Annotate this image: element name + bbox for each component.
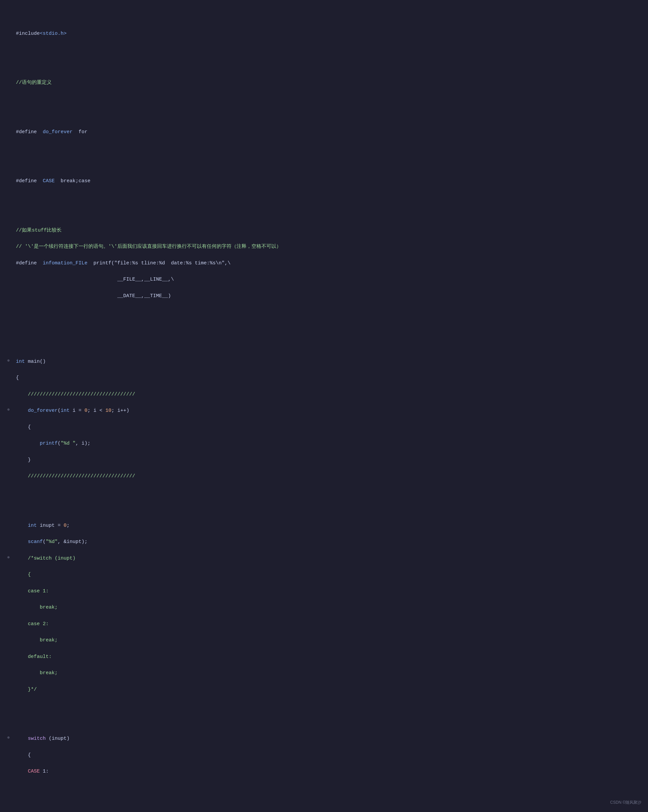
line-case-1: CASE 1: — [13, 768, 635, 776]
line-define-3b: __FILE__,__LINE__,\ — [13, 276, 635, 284]
watermark: CSDN ©随风聚沙 — [610, 800, 641, 805]
line-comment-1: //语句的重定义 — [13, 79, 635, 87]
line-comment-switch-end: }*/ — [13, 686, 635, 694]
line-blank-4 — [13, 202, 635, 210]
line-blank-9 — [13, 792, 635, 800]
line-blank-7 — [13, 497, 635, 505]
code-editor: #include<stdio.h> //语句的重定义 #define do_fo… — [10, 7, 638, 812]
line-blank-8 — [13, 710, 635, 719]
line-define-3c: __DATE__,__TIME__) — [13, 292, 635, 301]
line-int-inupt: int inupt = 0; — [13, 522, 635, 530]
line-comment-case1: case 1: — [13, 588, 635, 596]
line-slashes-2: //////////////////////////////////// — [13, 472, 635, 481]
line-1: #include<stdio.h> — [13, 30, 635, 38]
line-define-2: #define CASE break;case — [13, 177, 635, 186]
line-blank-5 — [13, 317, 635, 325]
line-scanf: scanf("%d", &inupt); — [13, 538, 635, 546]
line-do-forever: do_forever(int i = 0; i < 10; i++) — [13, 407, 635, 415]
line-switch-open: { — [13, 751, 635, 760]
line-comment-break3: break; — [13, 669, 635, 678]
line-for-open: { — [13, 423, 635, 432]
line-comment-3: // '\'是一个续行符连接下一行的语句。'\'后面我们应该直接回车进行换行不可… — [13, 243, 635, 251]
line-blank-3 — [13, 153, 635, 161]
line-open-brace: { — [13, 374, 635, 382]
line-main: int main() — [13, 358, 635, 366]
line-blank-1 — [13, 54, 635, 63]
line-define-3: #define infomation_FILe printf("file:%s … — [13, 259, 635, 268]
line-slashes-1: //////////////////////////////////// — [13, 391, 635, 399]
line-comment-break1: break; — [13, 604, 635, 612]
line-comment-switch-brace: { — [13, 571, 635, 579]
line-comment-switch-start: /*switch (inupt) — [13, 555, 635, 563]
line-comment-break2: break; — [13, 636, 635, 645]
line-for-close: } — [13, 456, 635, 464]
line-switch: switch (inupt) — [13, 735, 635, 743]
line-comment-default: default: — [13, 653, 635, 661]
line-blank-6 — [13, 333, 635, 341]
line-comment-case2: case 2: — [13, 620, 635, 629]
line-comment-2: //如果stuff比较长 — [13, 227, 635, 235]
line-printf-1: printf("%d ", i); — [13, 440, 635, 448]
line-define-1: #define do_forever for — [13, 128, 635, 136]
line-blank-2 — [13, 103, 635, 111]
